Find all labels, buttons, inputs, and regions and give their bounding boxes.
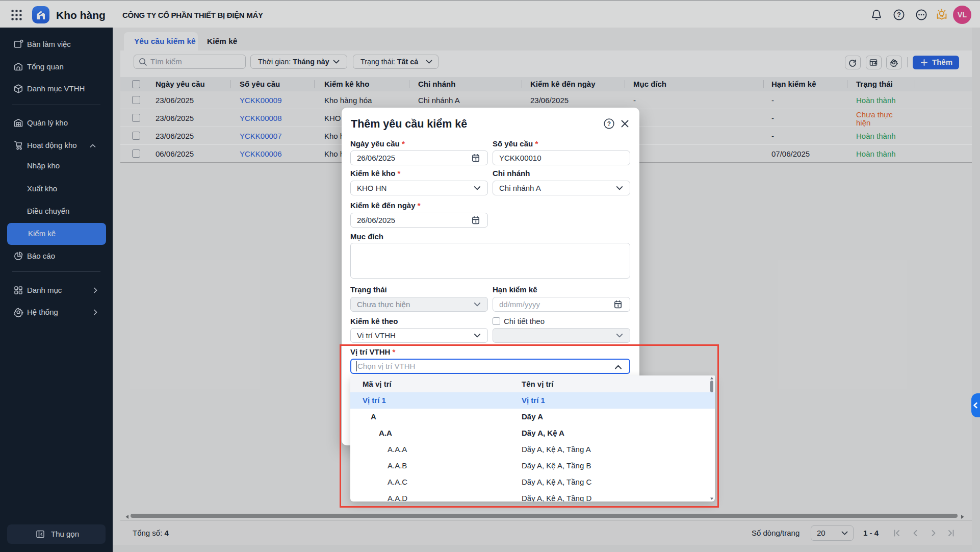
svg-text:?: ? xyxy=(607,120,611,128)
